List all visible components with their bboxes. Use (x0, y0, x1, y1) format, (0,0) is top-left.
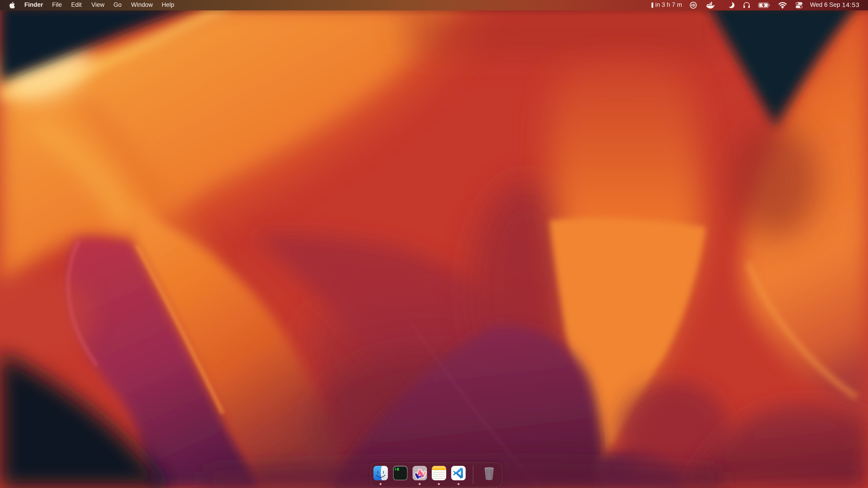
svg-text:$: $ (395, 467, 397, 471)
